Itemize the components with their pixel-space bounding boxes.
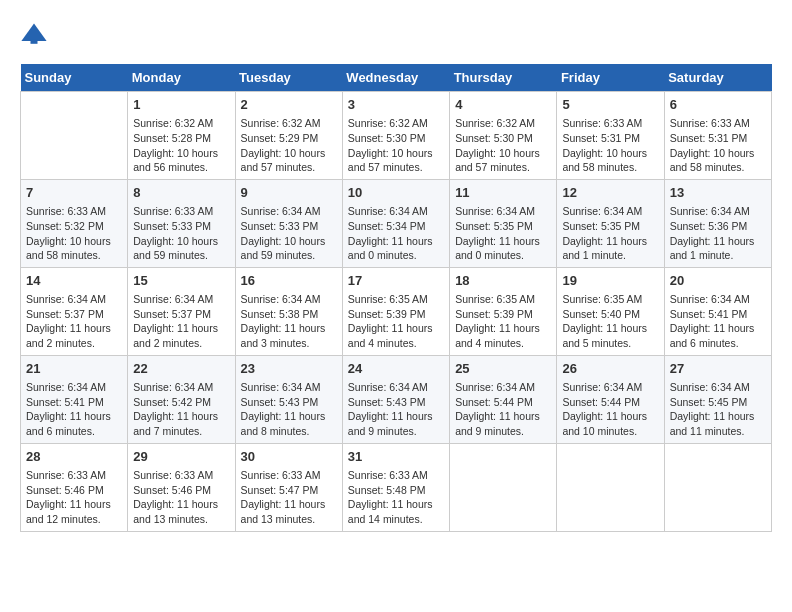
calendar-cell: 27Sunrise: 6:34 AMSunset: 5:45 PMDayligh… (664, 355, 771, 443)
calendar-cell: 15Sunrise: 6:34 AMSunset: 5:37 PMDayligh… (128, 267, 235, 355)
day-number: 28 (26, 448, 122, 466)
calendar-week-row: 1Sunrise: 6:32 AMSunset: 5:28 PMDaylight… (21, 92, 772, 180)
cell-info: Sunrise: 6:32 AMSunset: 5:30 PMDaylight:… (348, 117, 433, 173)
calendar-cell: 1Sunrise: 6:32 AMSunset: 5:28 PMDaylight… (128, 92, 235, 180)
day-number: 13 (670, 184, 766, 202)
calendar-cell (21, 92, 128, 180)
calendar-week-row: 7Sunrise: 6:33 AMSunset: 5:32 PMDaylight… (21, 179, 772, 267)
cell-info: Sunrise: 6:33 AMSunset: 5:32 PMDaylight:… (26, 205, 111, 261)
cell-info: Sunrise: 6:34 AMSunset: 5:41 PMDaylight:… (26, 381, 111, 437)
day-header-saturday: Saturday (664, 64, 771, 92)
svg-rect-2 (31, 40, 38, 44)
cell-info: Sunrise: 6:32 AMSunset: 5:30 PMDaylight:… (455, 117, 540, 173)
day-number: 5 (562, 96, 658, 114)
calendar-cell: 4Sunrise: 6:32 AMSunset: 5:30 PMDaylight… (450, 92, 557, 180)
day-number: 31 (348, 448, 444, 466)
day-number: 12 (562, 184, 658, 202)
logo (20, 20, 50, 48)
calendar-cell: 5Sunrise: 6:33 AMSunset: 5:31 PMDaylight… (557, 92, 664, 180)
calendar-week-row: 14Sunrise: 6:34 AMSunset: 5:37 PMDayligh… (21, 267, 772, 355)
calendar-cell: 25Sunrise: 6:34 AMSunset: 5:44 PMDayligh… (450, 355, 557, 443)
cell-info: Sunrise: 6:33 AMSunset: 5:46 PMDaylight:… (26, 469, 111, 525)
day-number: 30 (241, 448, 337, 466)
day-number: 7 (26, 184, 122, 202)
cell-info: Sunrise: 6:34 AMSunset: 5:36 PMDaylight:… (670, 205, 755, 261)
calendar-header-row: SundayMondayTuesdayWednesdayThursdayFrid… (21, 64, 772, 92)
day-number: 21 (26, 360, 122, 378)
day-number: 6 (670, 96, 766, 114)
day-number: 26 (562, 360, 658, 378)
cell-info: Sunrise: 6:33 AMSunset: 5:31 PMDaylight:… (562, 117, 647, 173)
day-number: 17 (348, 272, 444, 290)
day-header-monday: Monday (128, 64, 235, 92)
cell-info: Sunrise: 6:33 AMSunset: 5:47 PMDaylight:… (241, 469, 326, 525)
calendar-cell: 8Sunrise: 6:33 AMSunset: 5:33 PMDaylight… (128, 179, 235, 267)
calendar-week-row: 21Sunrise: 6:34 AMSunset: 5:41 PMDayligh… (21, 355, 772, 443)
day-number: 22 (133, 360, 229, 378)
day-number: 3 (348, 96, 444, 114)
calendar-cell: 12Sunrise: 6:34 AMSunset: 5:35 PMDayligh… (557, 179, 664, 267)
calendar-cell: 20Sunrise: 6:34 AMSunset: 5:41 PMDayligh… (664, 267, 771, 355)
day-number: 11 (455, 184, 551, 202)
calendar-cell: 29Sunrise: 6:33 AMSunset: 5:46 PMDayligh… (128, 443, 235, 531)
calendar-cell: 11Sunrise: 6:34 AMSunset: 5:35 PMDayligh… (450, 179, 557, 267)
day-number: 20 (670, 272, 766, 290)
cell-info: Sunrise: 6:32 AMSunset: 5:28 PMDaylight:… (133, 117, 218, 173)
cell-info: Sunrise: 6:32 AMSunset: 5:29 PMDaylight:… (241, 117, 326, 173)
day-number: 27 (670, 360, 766, 378)
cell-info: Sunrise: 6:35 AMSunset: 5:39 PMDaylight:… (348, 293, 433, 349)
day-header-tuesday: Tuesday (235, 64, 342, 92)
calendar-cell: 9Sunrise: 6:34 AMSunset: 5:33 PMDaylight… (235, 179, 342, 267)
day-number: 8 (133, 184, 229, 202)
cell-info: Sunrise: 6:35 AMSunset: 5:39 PMDaylight:… (455, 293, 540, 349)
cell-info: Sunrise: 6:34 AMSunset: 5:35 PMDaylight:… (562, 205, 647, 261)
day-number: 10 (348, 184, 444, 202)
cell-info: Sunrise: 6:34 AMSunset: 5:44 PMDaylight:… (562, 381, 647, 437)
calendar-cell: 30Sunrise: 6:33 AMSunset: 5:47 PMDayligh… (235, 443, 342, 531)
day-number: 4 (455, 96, 551, 114)
cell-info: Sunrise: 6:34 AMSunset: 5:37 PMDaylight:… (26, 293, 111, 349)
calendar-cell: 21Sunrise: 6:34 AMSunset: 5:41 PMDayligh… (21, 355, 128, 443)
calendar-cell (450, 443, 557, 531)
day-number: 15 (133, 272, 229, 290)
day-number: 1 (133, 96, 229, 114)
cell-info: Sunrise: 6:34 AMSunset: 5:41 PMDaylight:… (670, 293, 755, 349)
calendar-cell: 19Sunrise: 6:35 AMSunset: 5:40 PMDayligh… (557, 267, 664, 355)
calendar-cell: 24Sunrise: 6:34 AMSunset: 5:43 PMDayligh… (342, 355, 449, 443)
calendar-cell: 22Sunrise: 6:34 AMSunset: 5:42 PMDayligh… (128, 355, 235, 443)
day-number: 18 (455, 272, 551, 290)
cell-info: Sunrise: 6:34 AMSunset: 5:43 PMDaylight:… (348, 381, 433, 437)
calendar-week-row: 28Sunrise: 6:33 AMSunset: 5:46 PMDayligh… (21, 443, 772, 531)
calendar-cell: 31Sunrise: 6:33 AMSunset: 5:48 PMDayligh… (342, 443, 449, 531)
calendar-cell: 2Sunrise: 6:32 AMSunset: 5:29 PMDaylight… (235, 92, 342, 180)
calendar-cell: 18Sunrise: 6:35 AMSunset: 5:39 PMDayligh… (450, 267, 557, 355)
calendar-cell (557, 443, 664, 531)
cell-info: Sunrise: 6:33 AMSunset: 5:46 PMDaylight:… (133, 469, 218, 525)
calendar-cell: 6Sunrise: 6:33 AMSunset: 5:31 PMDaylight… (664, 92, 771, 180)
day-number: 9 (241, 184, 337, 202)
calendar-cell: 17Sunrise: 6:35 AMSunset: 5:39 PMDayligh… (342, 267, 449, 355)
day-header-friday: Friday (557, 64, 664, 92)
cell-info: Sunrise: 6:34 AMSunset: 5:38 PMDaylight:… (241, 293, 326, 349)
calendar-cell: 16Sunrise: 6:34 AMSunset: 5:38 PMDayligh… (235, 267, 342, 355)
day-number: 25 (455, 360, 551, 378)
cell-info: Sunrise: 6:34 AMSunset: 5:44 PMDaylight:… (455, 381, 540, 437)
calendar-cell: 7Sunrise: 6:33 AMSunset: 5:32 PMDaylight… (21, 179, 128, 267)
day-number: 29 (133, 448, 229, 466)
cell-info: Sunrise: 6:33 AMSunset: 5:31 PMDaylight:… (670, 117, 755, 173)
cell-info: Sunrise: 6:34 AMSunset: 5:37 PMDaylight:… (133, 293, 218, 349)
day-header-wednesday: Wednesday (342, 64, 449, 92)
calendar-cell: 26Sunrise: 6:34 AMSunset: 5:44 PMDayligh… (557, 355, 664, 443)
cell-info: Sunrise: 6:34 AMSunset: 5:34 PMDaylight:… (348, 205, 433, 261)
day-number: 2 (241, 96, 337, 114)
cell-info: Sunrise: 6:33 AMSunset: 5:48 PMDaylight:… (348, 469, 433, 525)
day-header-thursday: Thursday (450, 64, 557, 92)
cell-info: Sunrise: 6:34 AMSunset: 5:43 PMDaylight:… (241, 381, 326, 437)
calendar-cell (664, 443, 771, 531)
page-header (20, 20, 772, 48)
cell-info: Sunrise: 6:33 AMSunset: 5:33 PMDaylight:… (133, 205, 218, 261)
cell-info: Sunrise: 6:35 AMSunset: 5:40 PMDaylight:… (562, 293, 647, 349)
cell-info: Sunrise: 6:34 AMSunset: 5:42 PMDaylight:… (133, 381, 218, 437)
cell-info: Sunrise: 6:34 AMSunset: 5:33 PMDaylight:… (241, 205, 326, 261)
calendar-table: SundayMondayTuesdayWednesdayThursdayFrid… (20, 64, 772, 532)
